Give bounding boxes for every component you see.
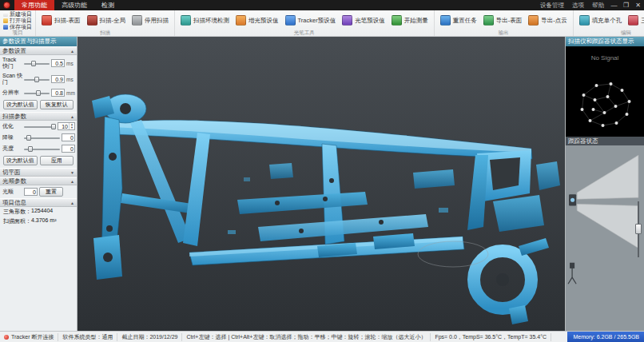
memory-usage-badge: Memory: 6.2GB / 265.5GB	[567, 332, 644, 342]
tab-inspection[interactable]: 检测	[94, 0, 121, 10]
section-header-smooth[interactable]: 光顺参数 ▲	[0, 177, 77, 185]
section-title: 扫描参数	[2, 113, 26, 121]
stop-scan-button[interactable]: 停用扫描	[129, 14, 171, 27]
tracker-zoom-slider[interactable]	[635, 201, 642, 257]
triangle-count-label: 三角形数：	[3, 208, 31, 216]
left-panel-title: 参数设置与扫描显示	[0, 37, 77, 46]
scan-global-icon	[87, 15, 97, 26]
triangle-count-value: 1254404	[31, 208, 53, 216]
denoise-row: 降噪 0	[0, 132, 77, 143]
close-button[interactable]: ✕	[632, 0, 644, 10]
track-shutter-value[interactable]: 0.5	[51, 59, 65, 67]
mouse-hints-status: Ctrl+左键：选择 | Ctrl+Alt+左键：取消选择；拖动：平移；中键：旋…	[182, 333, 431, 341]
brightness-row: 亮度 0	[0, 143, 77, 154]
menu-device-management[interactable]: 设备管理	[536, 2, 568, 10]
collapse-arrow-icon: ▲	[70, 199, 74, 207]
fill-hole-icon	[579, 15, 590, 26]
scan-set-default-button[interactable]: 设为默认值	[3, 156, 38, 165]
button-label: 增光预设值	[248, 17, 279, 25]
brightness-value[interactable]: 0	[62, 145, 75, 153]
button-label: 导出-点云	[541, 17, 567, 25]
viewport-3d[interactable]	[78, 37, 565, 331]
section-title: 参数设置	[2, 47, 26, 55]
reset-button[interactable]: 重置	[39, 187, 63, 197]
ribbon-group-scan: 扫描-表面 扫描-全局 停用扫描 扫描	[36, 10, 175, 36]
export-surface-button[interactable]: 导出-表面	[481, 14, 525, 27]
scan-area-label: 扫描面积：	[3, 217, 31, 225]
tab-common-functions[interactable]: 常用功能	[14, 0, 54, 10]
track-shutter-row: Track 快门 0.5 ms	[0, 55, 77, 71]
section-title: 光顺参数	[2, 177, 26, 185]
set-default-button[interactable]: 设为默认值	[3, 100, 38, 109]
unit-label: ms	[66, 77, 75, 82]
title-bar: 常用功能 高级功能 检测 设备管理 选项 帮助 — ❐ ✕	[0, 0, 644, 10]
denoise-slider[interactable]	[24, 134, 60, 141]
fill-hole-button[interactable]: 填充单个孔	[577, 14, 625, 27]
smooth-label: 光顺	[2, 189, 22, 195]
group-label-project: 项目	[0, 29, 35, 36]
reset-task-icon	[440, 15, 451, 26]
scan-mesh-graphic	[78, 37, 565, 331]
track-shutter-label: Track 快门	[2, 57, 22, 70]
apply-button[interactable]: 应用	[40, 156, 74, 165]
track-shutter-slider[interactable]	[24, 60, 50, 67]
export-pointcloud-icon	[528, 15, 539, 26]
button-label: 填充单个孔	[592, 17, 622, 25]
stop-scan-icon	[132, 15, 142, 26]
menu-options[interactable]: 选项	[568, 2, 588, 10]
scan-shutter-slider[interactable]	[24, 76, 50, 83]
optimize-value: 10	[58, 123, 69, 129]
optimize-spinbox[interactable]: 10 ▲▼	[58, 122, 75, 130]
scan-env-check-button[interactable]: 扫描环境检测	[178, 14, 232, 27]
resolution-value[interactable]: 0.8	[51, 89, 65, 97]
denoise-value[interactable]: 0	[62, 133, 75, 141]
probe-preset-icon	[342, 15, 352, 26]
button-label: 停用扫描	[145, 17, 169, 25]
edit-3d-button[interactable]: 三维编辑	[626, 14, 644, 27]
button-label: 扫描-全局	[100, 17, 126, 25]
no-signal-text: No Signal	[566, 54, 644, 62]
restore-default-button[interactable]: 恢复默认	[40, 100, 74, 109]
resolution-slider[interactable]	[24, 89, 50, 97]
scan-global-button[interactable]: 扫描-全局	[85, 14, 129, 27]
status-bar: Tracker 断开连接 软件系统类型：通用 截止日期：2019/12/29 C…	[0, 331, 644, 342]
menu-help[interactable]: 帮助	[588, 2, 608, 10]
collapse-arrow-icon: ▲	[70, 113, 74, 121]
export-pointcloud-button[interactable]: 导出-点云	[526, 14, 570, 27]
group-label-probe-tools: 光笔工具	[175, 29, 434, 36]
group-label-edit: 编辑	[574, 29, 644, 36]
scan-shutter-value[interactable]: 0.9	[51, 75, 65, 83]
start-measure-icon	[392, 15, 402, 26]
reset-task-button[interactable]: 重置任务	[438, 14, 479, 27]
button-label: 扫描环境检测	[193, 17, 229, 25]
tracker-connection-status: Tracker 断开连接	[0, 333, 58, 341]
brightness-preset-button[interactable]: 增光预设值	[233, 14, 281, 27]
smooth-value[interactable]: 0	[24, 188, 38, 196]
optimize-label: 优化	[2, 123, 22, 129]
section-header-clip-plane[interactable]: 切平面 ▼	[0, 168, 77, 177]
scan-surface-button[interactable]: 扫描-表面	[39, 14, 83, 27]
spinner-arrows-icon[interactable]: ▲▼	[69, 123, 74, 129]
maximize-button[interactable]: ❐	[620, 0, 632, 10]
section-title: 项目信息	[2, 199, 26, 207]
denoise-label: 降噪	[2, 134, 22, 141]
tab-advanced-functions[interactable]: 高级功能	[54, 0, 94, 10]
tracker-preset-button[interactable]: Tracker预设值	[283, 14, 339, 27]
section-header-scan-params[interactable]: 扫描参数 ▲	[0, 112, 77, 121]
section-header-project-info[interactable]: 项目信息 ▲	[0, 198, 77, 207]
brightness-slider[interactable]	[24, 145, 60, 153]
scan-shutter-row: Scan 快门 0.9 ms	[0, 71, 77, 87]
probe-preset-button[interactable]: 光笔预设值	[340, 14, 388, 27]
button-label: 开始测量	[404, 17, 428, 25]
section-header-params[interactable]: 参数设置 ▲	[0, 46, 77, 55]
start-measure-button[interactable]: 开始测量	[389, 14, 431, 27]
optimize-slider[interactable]	[24, 123, 56, 130]
tracker-status-header[interactable]: 跟踪器状态	[566, 137, 644, 145]
tracker-status-view	[566, 145, 644, 331]
ribbon-group-edit: 填充单个孔 三维编辑 编辑	[574, 10, 644, 36]
button-label: 三维编辑	[641, 17, 644, 25]
right-panel: 扫描仪和跟踪器状态显示 No Signal	[565, 37, 644, 331]
main-area: 参数设置与扫描显示 参数设置 ▲ Track 快门 0.5 ms Scan 快门…	[0, 37, 644, 331]
minimize-button[interactable]: —	[608, 0, 620, 10]
new-project-icon	[3, 12, 8, 17]
